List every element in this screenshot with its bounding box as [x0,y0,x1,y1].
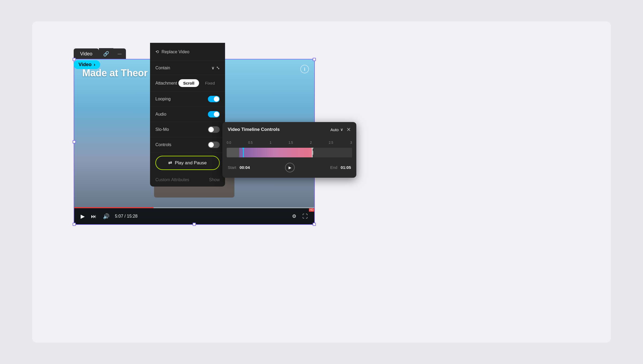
drag-handle-top [311,148,313,149]
attachment-label: Attachment [155,81,177,86]
replace-video-section: ⟲ Replace Video [150,43,225,61]
timeline-ruler: 0.0 0.5 1 1.5 2 2.5 3 [222,137,356,146]
handle-bottom-left[interactable] [73,223,76,226]
end-value: 01:05 [341,165,351,170]
slomo-toggle[interactable] [208,126,220,133]
ruler-15: 1.5 [289,141,293,145]
audio-toggle[interactable] [208,111,220,117]
handle-mid-left[interactable] [73,140,76,143]
play-and-pause-button[interactable]: ⇄ Play and Pause [155,156,220,170]
start-value: 00:04 [240,165,250,170]
video-controls-right: ⚙ HD ⛶ [290,212,309,221]
hd-badge: HD [309,208,314,212]
replace-label: Replace Video [162,50,189,54]
play-pause-label: Play and Pause [175,160,207,166]
timeline-title: Video Timeline Controls [228,127,280,132]
timeline-header: Video Timeline Controls Auto ∨ ✕ [222,122,356,137]
ruler-05: 0.5 [248,141,253,145]
audio-row: Audio [150,107,225,122]
timeline-play-button[interactable]: ▶ [285,163,295,172]
auto-dropdown[interactable]: Auto ∨ [330,127,343,132]
tab-video[interactable]: Video [74,48,99,59]
play-button[interactable]: ▶ [80,212,86,221]
custom-attrs-label: Custom Attributes [155,177,189,182]
ruler-3: 3 [350,141,352,145]
info-icon[interactable]: ℹ [300,65,309,73]
contain-arrow[interactable]: ∨ [211,65,215,70]
slomo-label: Slo-Mo [155,127,169,132]
fullscreen-button[interactable]: ⛶ [301,212,309,221]
timeline-footer: Start 00:04 ▶ End 01:05 [222,160,356,178]
show-label[interactable]: Show [209,177,220,182]
attachment-buttons: Scroll Fixed [178,79,220,87]
breadcrumb-label: Video [78,62,92,67]
replace-video-button[interactable]: ⟲ Replace Video [155,47,220,56]
looping-label: Looping [155,97,171,101]
handle-mid-bottom[interactable] [193,223,196,226]
next-frame-button[interactable]: ⏭ [90,212,98,221]
controls-label: Controls [155,142,171,147]
contain-label: Contain [155,66,170,70]
auto-label: Auto [330,127,339,132]
playhead-left-top [242,148,244,149]
handle-top-right[interactable] [313,58,316,61]
ruler-0: 0.0 [227,141,231,145]
replace-icon: ⟲ [155,49,159,54]
breadcrumb[interactable]: Video › [74,60,100,69]
track-colored [239,148,312,157]
audio-label: Audio [155,112,166,117]
settings-panel: ⟲ Replace Video Contain ∨ ⤡ Attachment S… [150,43,225,187]
contain-row: Contain ∨ ⤡ [150,61,225,75]
tab-link[interactable]: 🔗 [99,48,113,59]
ruler-2: 2 [310,141,312,145]
timeline-header-right: Auto ∨ ✕ [330,126,351,133]
end-section: End 01:05 [330,165,351,170]
ruler-labels: 0.0 0.5 1 1.5 2 2.5 3 [227,141,352,146]
start-section: Start 00:04 [228,165,250,170]
looping-row: Looping [150,92,225,107]
custom-attributes-row: Custom Attributes Show [150,173,225,187]
volume-button[interactable]: 🔊 [102,212,111,221]
track-left-gray [227,148,239,157]
handle-bottom-right[interactable] [313,223,316,226]
ruler-1: 1 [270,141,271,145]
timeline-track[interactable]: | [227,148,352,157]
play-pause-icon: ⇄ [168,160,172,166]
start-label: Start [228,165,236,170]
slomo-row: Slo-Mo [150,122,225,137]
canvas-area: Video 🔗 ··· Made at Theor ℹ ▶ ⏭ 🔊 5:07 /… [32,21,611,343]
timeline-popup: Video Timeline Controls Auto ∨ ✕ 0.0 0.5… [222,122,356,178]
cursor-indicator: | [313,150,314,155]
time-display: 5:07 / 15:28 [115,214,286,219]
looping-toggle[interactable] [208,96,220,102]
breadcrumb-arrow: › [94,62,95,67]
resize-icon[interactable]: ⤡ [216,65,220,70]
tab-bar: Video 🔗 ··· [74,48,126,59]
track-right-gray [312,148,352,157]
ruler-25: 2.5 [329,141,333,145]
controls-row: Controls [150,137,225,153]
contain-value: ∨ ⤡ [211,65,220,70]
settings-button[interactable]: ⚙ HD [290,212,298,220]
tab-more[interactable]: ··· [113,48,126,59]
video-title: Made at Theor [82,67,148,79]
timeline-track-container[interactable]: | [222,146,356,160]
fixed-button[interactable]: Fixed [200,79,220,87]
chevron-down-icon: ∨ [340,127,343,132]
attachment-row: Attachment Scroll Fixed [150,75,225,92]
close-button[interactable]: ✕ [346,126,351,133]
controls-toggle[interactable] [208,142,220,148]
scroll-button[interactable]: Scroll [178,79,199,87]
end-label: End [330,165,337,170]
playhead-left[interactable] [243,148,244,157]
video-controls: ▶ ⏭ 🔊 5:07 / 15:28 ⚙ HD ⛶ [74,208,314,224]
